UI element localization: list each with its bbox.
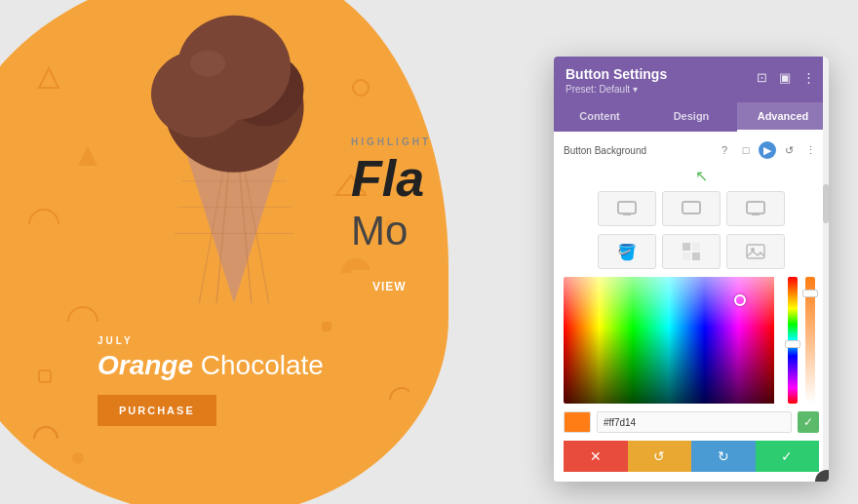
gradient-icon xyxy=(681,198,702,219)
undo-color-btn[interactable]: ↺ xyxy=(628,441,692,472)
purchase-button[interactable]: PURCHASE xyxy=(98,395,216,426)
svg-point-21 xyxy=(190,51,225,77)
tab-design[interactable]: Design xyxy=(645,102,737,132)
arrow-cursor-icon[interactable]: ↖ xyxy=(695,167,708,185)
redo-color-btn[interactable]: ↻ xyxy=(691,441,756,472)
apply-color-btn[interactable]: ✓ xyxy=(756,441,820,472)
hue-handle[interactable] xyxy=(785,340,800,348)
opacity-slider[interactable] xyxy=(805,277,815,404)
fullscreen-icon[interactable]: ⊡ xyxy=(753,68,770,86)
panel-tabs: Content Design Advanced xyxy=(554,102,829,132)
panel-title-group: Button Settings Preset: Default ▾ xyxy=(566,66,667,95)
flavor-title: Fla xyxy=(351,153,431,204)
paint-bucket-btn[interactable]: 🪣 xyxy=(598,234,656,269)
field-label: Button Background xyxy=(564,145,712,156)
chocolate-word: Chocolate xyxy=(201,350,324,380)
desktop-icon[interactable]: □ xyxy=(737,141,755,159)
hue-slider[interactable] xyxy=(788,277,798,404)
confirm-color-btn[interactable]: ✓ xyxy=(798,411,819,433)
svg-rect-29 xyxy=(692,243,700,251)
help-icon[interactable]: ? xyxy=(716,141,733,159)
reset-icon[interactable]: ↺ xyxy=(780,141,798,159)
color-swatch[interactable] xyxy=(564,411,591,433)
tab-advanced[interactable]: Advanced xyxy=(737,102,829,132)
color-type-row-1 xyxy=(564,191,819,226)
ice-cream-image xyxy=(78,0,390,312)
panel-title: Button Settings xyxy=(566,66,667,82)
color-type-row-2: 🪣 xyxy=(564,234,819,269)
tab-content[interactable]: Content xyxy=(554,102,645,132)
gradient-btn[interactable] xyxy=(662,191,721,226)
cursor-row: ↖ xyxy=(564,167,819,185)
checkerboard-btn[interactable] xyxy=(662,234,721,269)
svg-rect-23 xyxy=(623,213,631,215)
button-background-row: Button Background ? □ ▶ ↺ ⋮ xyxy=(564,141,819,159)
svg-rect-31 xyxy=(692,252,700,260)
panel-scrollbar[interactable] xyxy=(823,57,829,482)
hex-input[interactable] xyxy=(597,411,792,433)
monitor-icon xyxy=(616,198,638,219)
view-button[interactable]: VIEW xyxy=(351,270,428,303)
panel-header: Button Settings Preset: Default ▾ ⊡ ▣ ⋮ xyxy=(554,57,829,102)
link-icon[interactable]: ▶ xyxy=(759,141,776,159)
color-picker-container[interactable]: ✓ xyxy=(564,277,819,433)
month-label: JULY xyxy=(98,335,324,346)
photo-icon xyxy=(746,242,765,261)
svg-rect-32 xyxy=(747,245,764,258)
panel-preset[interactable]: Preset: Default ▾ xyxy=(566,84,667,95)
main-content-area: HIGHLIGHT Fla Mo VIEW xyxy=(351,136,431,303)
options-icon[interactable]: ⋮ xyxy=(801,141,819,159)
svg-rect-27 xyxy=(752,213,760,215)
bottom-info: JULY Orange Chocolate PURCHASE xyxy=(98,335,324,426)
svg-rect-26 xyxy=(747,202,764,213)
field-icons: ? □ ▶ ↺ ⋮ xyxy=(716,141,819,159)
month-subtitle: Mo xyxy=(351,208,431,254)
highlight-label: HIGHLIGHT xyxy=(351,136,431,147)
flavor-names: Orange Chocolate xyxy=(98,350,324,381)
svg-rect-30 xyxy=(682,252,690,260)
image-color-btn[interactable] xyxy=(726,191,785,226)
color-picker-area[interactable] xyxy=(564,277,819,404)
svg-rect-22 xyxy=(618,202,636,213)
scrollbar-thumb[interactable] xyxy=(823,184,829,223)
panel-body: Button Background ? □ ▶ ↺ ⋮ ↖ xyxy=(554,132,829,482)
pattern-icon xyxy=(682,242,701,261)
cancel-color-btn[interactable]: ✕ xyxy=(564,441,628,472)
svg-rect-28 xyxy=(682,243,690,251)
more-icon[interactable]: ⋮ xyxy=(800,68,817,86)
panel-header-icons: ⊡ ▣ ⋮ xyxy=(753,68,817,86)
layout-icon[interactable]: ▣ xyxy=(776,68,794,86)
action-buttons-row: ✕ ↺ ↻ ✓ xyxy=(564,441,819,472)
image-upload-btn[interactable] xyxy=(726,234,785,269)
image-icon xyxy=(745,198,766,219)
svg-rect-24 xyxy=(682,202,700,213)
hex-row: ✓ xyxy=(564,411,819,433)
settings-panel: Button Settings Preset: Default ▾ ⊡ ▣ ⋮ … xyxy=(554,57,829,482)
orange-word: Orange xyxy=(98,350,193,380)
opacity-handle[interactable] xyxy=(802,290,818,297)
solid-color-btn[interactable] xyxy=(598,191,656,226)
